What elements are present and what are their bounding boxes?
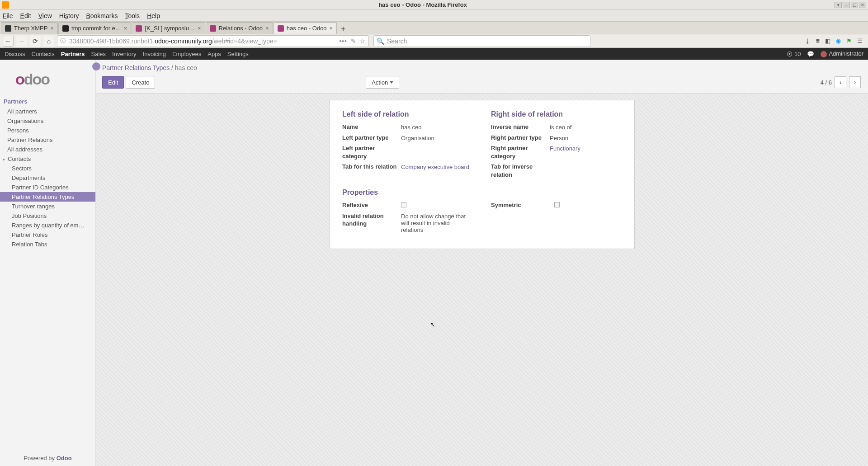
- tab-label: Relations - Odoo: [219, 25, 263, 32]
- bookmark-star-icon[interactable]: ☆: [360, 38, 366, 45]
- nav-item-apps[interactable]: Apps: [208, 51, 221, 57]
- tab-close-icon[interactable]: ×: [50, 25, 54, 32]
- browser-tab-2[interactable]: [K_SL] symposiu…×: [132, 22, 205, 34]
- hamburger-icon[interactable]: ☰: [857, 38, 863, 44]
- sidebar-item-4[interactable]: All addresses: [0, 145, 95, 154]
- home-button[interactable]: ⌂: [43, 36, 54, 47]
- value-left-category: [401, 144, 473, 145]
- menu-view[interactable]: View: [38, 12, 52, 19]
- window-close-icon[interactable]: ✕: [859, 2, 866, 8]
- window-title: has ceo - Odoo - Mozilla Firefox: [11, 1, 835, 8]
- link-right-category[interactable]: Functionary: [550, 145, 580, 152]
- menu-history[interactable]: History: [59, 12, 79, 19]
- create-button[interactable]: Create: [126, 76, 155, 89]
- extension2-icon[interactable]: ⚑: [846, 38, 852, 44]
- library-icon[interactable]: ≣: [816, 38, 820, 44]
- reader-mode-icon[interactable]: ✎: [351, 38, 356, 45]
- sidebar-item-contacts[interactable]: Contacts: [0, 154, 95, 164]
- tab-label: has ceo - Odoo: [287, 25, 327, 32]
- nav-item-discuss[interactable]: Discuss: [5, 51, 25, 57]
- new-tab-button[interactable]: +: [337, 24, 349, 34]
- forward-button[interactable]: →: [16, 36, 27, 47]
- sidebar-subitem-6[interactable]: Ranges by quantity of em…: [0, 221, 95, 230]
- favicon-icon: [210, 25, 216, 32]
- nav-item-sales[interactable]: Sales: [91, 51, 106, 57]
- menu-file[interactable]: File: [3, 12, 13, 19]
- menu-edit[interactable]: Edit: [20, 12, 31, 19]
- label-right-tab: Tab for inverse relation: [491, 163, 550, 179]
- nav-item-invoicing[interactable]: Invoicing: [143, 51, 166, 57]
- favicon-icon: [136, 25, 142, 32]
- sidebar-subitem-8[interactable]: Relation Tabs: [0, 240, 95, 249]
- extension1-icon[interactable]: ◉: [836, 38, 841, 44]
- section-title-right: Right side of relation: [491, 110, 622, 118]
- sidebar-subitem-7[interactable]: Partner Roles: [0, 230, 95, 240]
- chat-icon[interactable]: 💬: [807, 51, 814, 57]
- value-right-type: Person: [550, 134, 622, 141]
- pager-prev-button[interactable]: ‹: [835, 76, 846, 88]
- sidebar-item-2[interactable]: Persons: [0, 126, 95, 135]
- tab-close-icon[interactable]: ×: [330, 25, 333, 32]
- nav-item-settings[interactable]: Settings: [227, 51, 249, 57]
- link-left-tab[interactable]: Company executive board: [401, 164, 469, 170]
- caret-down-icon: [390, 81, 393, 84]
- label-left-category: Left partner category: [342, 144, 401, 160]
- pager-text[interactable]: 4 / 6: [821, 79, 832, 86]
- sidebar-item-0[interactable]: All partners: [0, 107, 95, 116]
- browser-tab-0[interactable]: Therp XMPP×: [1, 22, 58, 34]
- nav-item-contacts[interactable]: Contacts: [32, 51, 55, 57]
- browser-tab-1[interactable]: tmp commit for e…×: [58, 22, 131, 34]
- sidebar-item-3[interactable]: Partner Relations: [0, 135, 95, 145]
- reload-button[interactable]: ⟳: [30, 36, 41, 47]
- label-inverse-name: Inverse name: [491, 123, 550, 131]
- sidebar-icon[interactable]: ◧: [825, 38, 830, 44]
- os-title-bar: has ceo - Odoo - Mozilla Firefox ▾ – ▢ ✕: [0, 0, 868, 10]
- toolbar-right: ⭳ ≣ ◧ ◉ ⚑ ☰: [805, 38, 865, 44]
- sidebar-footer: Powered by Odoo: [0, 451, 95, 466]
- browser-tab-4[interactable]: has ceo - Odoo×: [274, 22, 337, 34]
- sidebar-subitem-1[interactable]: Departments: [0, 173, 95, 183]
- sidebar-item-1[interactable]: Organisations: [0, 116, 95, 126]
- sidebar-subitem-4[interactable]: Turnover ranges: [0, 202, 95, 211]
- nav-item-inventory[interactable]: Inventory: [112, 51, 136, 57]
- section-title-properties: Properties: [342, 188, 622, 197]
- sidebar-subitem-0[interactable]: Sectors: [0, 164, 95, 173]
- edit-button[interactable]: Edit: [102, 76, 124, 89]
- downloads-icon[interactable]: ⭳: [805, 38, 811, 44]
- right-column: Right side of relation Inverse nameis ce…: [491, 110, 622, 181]
- window-maximize-icon[interactable]: ▢: [851, 2, 858, 8]
- section-title-left: Left side of relation: [342, 110, 473, 118]
- value-right-category: Functionary: [550, 144, 622, 152]
- value-invalid-handling: Do not allow change that will result in …: [401, 212, 473, 233]
- menu-help[interactable]: Help: [147, 12, 160, 19]
- tab-close-icon[interactable]: ×: [124, 25, 127, 32]
- sidebar-subitem-5[interactable]: Job Positions: [0, 211, 95, 221]
- label-name: Name: [342, 123, 401, 131]
- messaging-counter[interactable]: ⦿ 10: [787, 51, 801, 57]
- odoo-top-nav: DiscussContactsPartnersSalesInventoryInv…: [0, 48, 868, 60]
- sidebar-subitem-3[interactable]: Partner Relations Types: [0, 192, 95, 202]
- window-shade-icon[interactable]: ▾: [835, 2, 842, 8]
- user-menu[interactable]: Administrator: [821, 50, 863, 57]
- menu-bookmarks[interactable]: Bookmarks: [86, 12, 118, 19]
- nav-item-employees[interactable]: Employees: [172, 51, 201, 57]
- nav-item-partners[interactable]: Partners: [61, 51, 85, 57]
- menu-tools[interactable]: Tools: [125, 12, 140, 19]
- tab-close-icon[interactable]: ×: [198, 25, 201, 32]
- action-dropdown[interactable]: Action: [366, 76, 399, 89]
- pager-next-button[interactable]: ›: [849, 76, 861, 88]
- tab-close-icon[interactable]: ×: [265, 25, 269, 32]
- site-info-icon[interactable]: ⓘ: [60, 37, 66, 45]
- form-background: Left side of relation Namehas ceo Left p…: [96, 94, 868, 466]
- breadcrumb-root[interactable]: Partner Relations Types: [102, 64, 170, 71]
- page-actions-icon[interactable]: •••: [339, 38, 347, 45]
- search-bar[interactable]: 🔍 Search: [373, 35, 590, 47]
- sidebar-subitem-2[interactable]: Partner ID Categories: [0, 183, 95, 192]
- browser-tab-3[interactable]: Relations - Odoo×: [206, 22, 273, 34]
- window-minimize-icon[interactable]: –: [843, 2, 850, 8]
- label-left-type: Left partner type: [342, 134, 401, 142]
- sidebar-header-partners[interactable]: Partners: [0, 96, 95, 107]
- url-bar[interactable]: ⓘ 3348000-498-1bb069.runbot1.odoo-commun…: [57, 35, 369, 47]
- back-button[interactable]: ←: [3, 36, 14, 47]
- odoo-logo[interactable]: odoo: [0, 60, 95, 96]
